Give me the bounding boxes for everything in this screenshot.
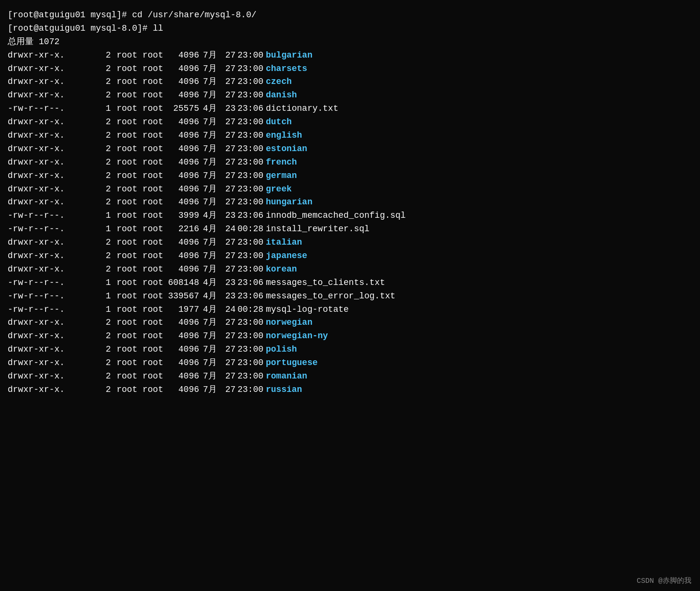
terminal-line: -rw-r--r--.1rootroot19774月2400:28mysql-l…	[8, 303, 692, 317]
terminal-line: drwxr-xr-x.2rootroot40967月2723:00romania…	[8, 370, 692, 383]
terminal-line: drwxr-xr-x.2rootroot40967月2723:00french	[8, 156, 692, 169]
terminal-line: drwxr-xr-x.2rootroot40967月2723:00estonia…	[8, 142, 692, 156]
terminal-line: [root@atguigu01 mysql]# cd /usr/share/my…	[8, 9, 692, 22]
terminal-line: drwxr-xr-x.2rootroot40967月2723:00charset…	[8, 62, 692, 76]
terminal-line: -rw-r--r--.1rootroot39994月2323:06innodb_…	[8, 209, 692, 223]
watermark: CSDN @赤脚的我	[637, 576, 691, 585]
terminal-line: drwxr-xr-x.2rootroot40967月2723:00english	[8, 129, 692, 142]
terminal-line: 总用量 1072	[8, 35, 692, 49]
terminal-line: drwxr-xr-x.2rootroot40967月2723:00russian	[8, 383, 692, 397]
terminal-window: [root@atguigu01 mysql]# cd /usr/share/my…	[0, 0, 700, 591]
terminal-line: drwxr-xr-x.2rootroot40967月2723:00bulgari…	[8, 49, 692, 62]
terminal-line: drwxr-xr-x.2rootroot40967月2723:00japanes…	[8, 249, 692, 263]
terminal-line: drwxr-xr-x.2rootroot40967月2723:00portugu…	[8, 356, 692, 370]
terminal-line: drwxr-xr-x.2rootroot40967月2723:00czech	[8, 75, 692, 89]
terminal-line: -rw-r--r--.1rootroot6081484月2323:06messa…	[8, 276, 692, 290]
terminal-line: drwxr-xr-x.2rootroot40967月2723:00korean	[8, 263, 692, 276]
terminal-line: drwxr-xr-x.2rootroot40967月2723:00hungari…	[8, 196, 692, 209]
terminal-line: drwxr-xr-x.2rootroot40967月2723:00greek	[8, 183, 692, 196]
terminal-line: drwxr-xr-x.2rootroot40967月2723:00italian	[8, 236, 692, 249]
terminal-line: -rw-r--r--.1rootroot255754月2323:06dictio…	[8, 102, 692, 116]
terminal-line: -rw-r--r--.1rootroot3395674月2323:06messa…	[8, 290, 692, 303]
terminal-line: drwxr-xr-x.2rootroot40967月2723:00danish	[8, 89, 692, 102]
terminal-line: -rw-r--r--.1rootroot22164月2400:28install…	[8, 223, 692, 236]
terminal-line: drwxr-xr-x.2rootroot40967月2723:00norwegi…	[8, 330, 692, 343]
terminal-line: [root@atguigu01 mysql-8.0]# ll	[8, 22, 692, 35]
terminal-line: drwxr-xr-x.2rootroot40967月2723:00dutch	[8, 116, 692, 129]
terminal-line: drwxr-xr-x.2rootroot40967月2723:00norwegi…	[8, 316, 692, 330]
terminal-line: drwxr-xr-x.2rootroot40967月2723:00polish	[8, 343, 692, 356]
terminal-line: drwxr-xr-x.2rootroot40967月2723:00german	[8, 169, 692, 183]
